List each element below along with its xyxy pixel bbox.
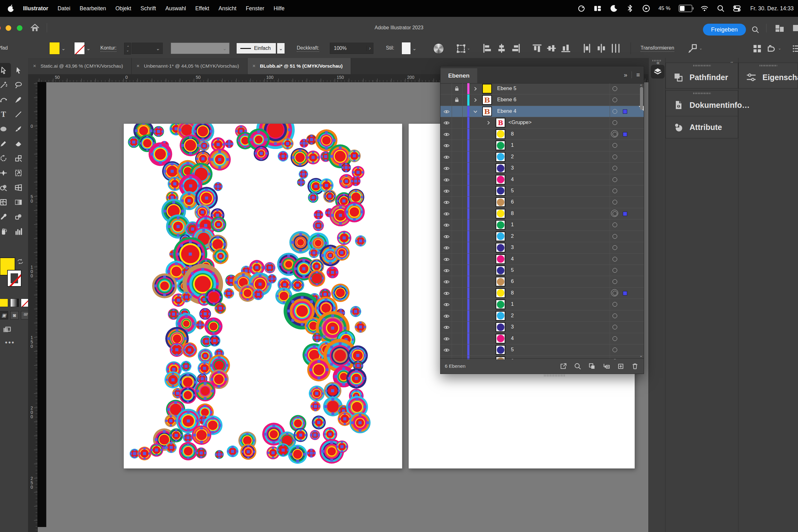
visibility-eye-icon[interactable] [443,301,450,308]
layer-thumbnail[interactable] [496,197,505,207]
visibility-eye-icon[interactable] [443,336,450,342]
document-tab[interactable]: ×Unbenannt-1* @ 44,05 % (CMYK/Vorschau) [132,58,247,74]
layer-thumbnail[interactable]: B [482,107,492,116]
stroke-proxy-swatch[interactable] [7,270,21,287]
layer-name[interactable]: Ebene 6 [497,97,516,102]
layer-row-6[interactable]: 6 [440,197,644,208]
layer-row-Ebene 6[interactable]: BEbene 6 [440,94,644,106]
artboard-1[interactable] [124,124,402,469]
draw-inside-button[interactable]: ◚ [21,311,28,320]
layer-row-6[interactable]: 6 [440,276,644,287]
search-icon[interactable] [574,362,581,370]
document-tab[interactable]: ×BLubb.ai* @ 51 % (CMYK/Vorschau) [247,58,351,74]
target-circle[interactable] [612,223,617,227]
target-circle[interactable] [612,155,617,159]
layer-thumbnail[interactable] [496,277,505,286]
layer-name[interactable]: 1 [511,301,514,307]
layer-row-2[interactable]: 2 [440,231,644,242]
menu-item-effekt[interactable]: Effekt [195,5,209,12]
workspace-layout-icon[interactable] [776,25,784,32]
display-icon[interactable] [593,4,602,13]
dock-panel-dokumentinfo[interactable]: Dokumentinfo… [666,94,738,116]
visibility-eye-icon[interactable] [443,165,450,172]
layer-row-Ebene 4[interactable]: BEbene 4 [440,106,644,117]
dock-panel-eigenschaften[interactable]: Eigenschaften [739,66,798,88]
menu-list-icon[interactable] [792,43,798,54]
layer-name[interactable]: 1 [511,222,514,228]
layer-row-1[interactable]: 1 [440,299,644,310]
tool-mesh[interactable] [0,195,11,209]
tool-magic-wand[interactable] [0,78,11,92]
layer-name[interactable]: Ebene 5 [497,86,516,91]
tool-symbol-sprayer[interactable] [0,224,11,239]
expand-chevron-icon[interactable] [473,98,478,102]
tool-line[interactable] [11,107,26,121]
target-circle[interactable] [612,109,617,114]
chevron-down-icon[interactable]: ⌄ [85,42,92,55]
visibility-eye-icon[interactable] [443,267,450,274]
layer-row-1[interactable]: 1 [440,140,644,151]
visibility-eye-icon[interactable] [443,211,450,217]
layer-row-5[interactable]: 5 [440,344,644,356]
target-circle[interactable] [612,302,617,307]
layers-panel-header[interactable]: Ebenen » ≡ [440,66,644,83]
control-center-icon[interactable] [733,4,741,13]
focus-moon-icon[interactable] [610,4,618,13]
tool-pen[interactable] [11,92,26,107]
selection-color-square[interactable] [623,212,627,216]
target-circle[interactable] [612,234,617,239]
visibility-eye-icon[interactable] [443,245,450,251]
tool-perspective[interactable] [11,180,26,195]
tool-shape-builder[interactable] [0,180,11,195]
tool-blend[interactable] [11,209,26,224]
layer-thumbnail[interactable] [496,243,505,252]
creative-cloud-icon[interactable] [577,4,585,13]
menu-item-objekt[interactable]: Objekt [115,5,131,12]
stroke-style-dropdown[interactable]: Einfach [236,43,276,54]
tool-width[interactable] [0,166,11,180]
layer-name[interactable]: 5 [511,346,514,353]
spotlight-search-icon[interactable] [717,4,725,13]
layer-thumbnail[interactable] [496,300,505,309]
layer-thumbnail[interactable] [496,266,505,275]
layer-thumbnail[interactable]: B [482,95,492,105]
layer-name[interactable]: Ebene 4 [497,108,516,114]
menu-item-ansicht[interactable]: Ansicht [218,5,236,12]
layer-row-2[interactable]: 2 [440,151,644,163]
visibility-eye-icon[interactable] [443,222,450,228]
visibility-eye-icon[interactable] [443,142,450,149]
trash-icon[interactable] [631,362,639,370]
visibility-eye-icon[interactable] [443,120,450,126]
panel-menu-icon[interactable]: ≡ [636,71,640,78]
none-button[interactable] [21,299,28,307]
layer-thumbnail[interactable] [496,175,505,185]
menu-item-bearbeiten[interactable]: Bearbeiten [80,5,106,12]
minimize-window-button[interactable] [6,25,11,31]
layer-row-3[interactable]: 3 [440,322,644,333]
layers-scrollbar-thumb[interactable] [640,87,643,110]
transform-label[interactable]: Transformieren [641,45,674,52]
export-icon[interactable] [559,362,567,370]
layer-name[interactable]: <Gruppe> [508,119,531,125]
ruler-corner[interactable] [28,74,38,82]
chevron-down-icon[interactable]: ⌄ [60,42,67,55]
chevron-down-icon[interactable]: ⌄ [778,46,781,51]
layer-name[interactable]: 4 [511,176,514,182]
menu-item-schrift[interactable]: Schrift [140,5,156,12]
menu-app-name[interactable]: Illustrator [23,5,48,12]
tool-pencil[interactable] [0,136,11,151]
visibility-eye-icon[interactable] [443,233,450,240]
align-align-m[interactable] [546,43,557,54]
selection-color-square[interactable] [623,291,627,296]
dock-panel-pathfinder[interactable]: Pathfinder [666,66,738,88]
menu-item-auswahl[interactable]: Auswahl [165,5,186,12]
recolor-artwork-icon[interactable] [433,43,444,54]
stroke-weight-label[interactable]: Kontur: [100,45,117,52]
stroke-color-control[interactable]: ⌄ [74,42,92,55]
draw-normal-button[interactable]: ▣ [0,311,8,320]
tool-rotate[interactable] [0,151,11,166]
layer-name[interactable]: 6 [511,199,514,205]
close-tab-icon[interactable]: × [252,63,255,69]
visibility-eye-icon[interactable] [443,324,450,331]
target-circle[interactable] [612,347,617,352]
